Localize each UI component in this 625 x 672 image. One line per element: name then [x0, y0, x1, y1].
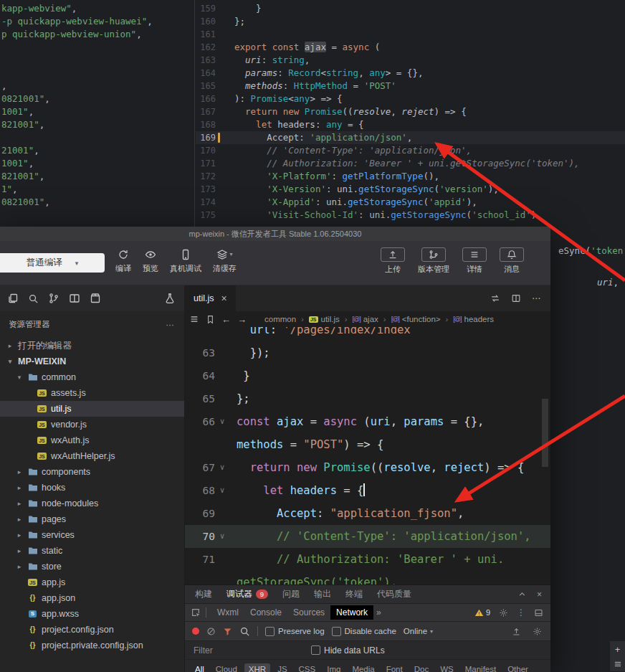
sync-icon[interactable] [490, 293, 500, 303]
code-line[interactable]: 1", [0, 183, 194, 196]
editor-tab-utiljs[interactable]: util.js × [185, 285, 236, 311]
tree-item-assets-js[interactable]: JSassets.js [0, 385, 184, 401]
network-type-img[interactable]: Img [323, 663, 345, 672]
code-line[interactable]: 0821001", [0, 93, 194, 105]
network-type-css[interactable]: CSS [295, 663, 320, 672]
code-line[interactable]: 175 'Visit-School-Id': uni.getStorageSyn… [196, 209, 625, 222]
code-line[interactable]: 162export const ajax = async ( [196, 41, 625, 54]
refresh-button[interactable]: 编译 [113, 247, 133, 274]
chevron-right-icon[interactable]: ▸ [15, 468, 24, 475]
import-har-icon[interactable] [512, 627, 521, 636]
tree-item-util-js[interactable]: JSutil.js [0, 401, 184, 417]
breadcrumb-item[interactable]: [@]<function> [391, 315, 441, 323]
split-editor-icon[interactable] [511, 293, 521, 303]
tree-item-store[interactable]: ▸store [0, 559, 184, 574]
network-type-other[interactable]: Other [503, 663, 533, 672]
breadcrumb-item[interactable]: [@]headers [453, 315, 494, 323]
network-type-cloud[interactable]: Cloud [211, 663, 242, 672]
tree-item--[interactable]: ▸打开的编辑器 [0, 338, 184, 354]
panel-tab-代码质量[interactable]: 代码质量 [370, 588, 419, 600]
plus-icon[interactable]: + [615, 644, 621, 655]
network-type-js[interactable]: JS [273, 663, 291, 672]
layers-button[interactable]: ▾清缓存 [211, 247, 239, 274]
network-type-font[interactable]: Font [382, 663, 407, 672]
panel-tab-终端[interactable]: 终端 [338, 588, 370, 600]
inspect-element-icon[interactable] [191, 607, 201, 617]
tree-item-app-wxss[interactable]: Sapp.wxss [0, 606, 184, 622]
fold-icon[interactable]: ∨ [215, 456, 229, 479]
code-line[interactable]: 160}; [196, 15, 625, 28]
chevron-down-icon[interactable]: ▾ [6, 358, 14, 365]
code-line[interactable]: 0821001", [0, 196, 194, 209]
code-line[interactable]: kapp-webview", [0, 2, 194, 15]
bookmark-icon[interactable] [206, 315, 215, 324]
network-type-all[interactable]: All [191, 663, 209, 672]
code-line[interactable]: 821001", [0, 170, 194, 183]
code-line[interactable]: 65}; [185, 387, 550, 410]
code-line[interactable]: 1001", [0, 105, 194, 118]
tree-item-app-json[interactable]: {}app.json [0, 590, 184, 606]
more-icon[interactable]: ⋯ [532, 293, 540, 303]
code-line[interactable]: 71 // Authorization: 'Bearer ' + uni. [185, 548, 550, 571]
beaker-icon[interactable] [164, 293, 176, 304]
code-line[interactable]: methods = "POST") => { [185, 433, 550, 456]
fold-icon[interactable]: ∨ [215, 525, 229, 548]
devtools-settings-icon[interactable] [499, 608, 508, 617]
tree-item-project-config-json[interactable]: {}project.config.json [0, 622, 184, 638]
network-settings-icon[interactable] [533, 627, 542, 636]
code-editor[interactable]: url: '/pages/index/index63 });64 }65};66… [185, 327, 550, 585]
tree-item-hooks[interactable]: ▸hooks [0, 480, 184, 496]
list-button[interactable]: 详情 [460, 247, 489, 275]
kebab-menu-icon[interactable]: ⋮ [517, 607, 525, 617]
code-line[interactable]: p quickapp-webview-union", [0, 28, 194, 41]
network-type-xhr[interactable]: XHR [244, 663, 270, 672]
preserve-log-checkbox[interactable]: Preserve log [265, 627, 325, 636]
phone-button[interactable]: 真机调试 [168, 247, 204, 274]
code-line[interactable]: 21001", [0, 144, 194, 157]
tree-item-wxauthhelper-js[interactable]: JSwxAuthHelper.js [0, 448, 184, 464]
debugger-tab-wxml[interactable]: Wxml [211, 605, 244, 620]
code-line[interactable] [0, 41, 194, 54]
tree-item-static[interactable]: ▸static [0, 543, 184, 559]
code-line[interactable]: 167 return new Promise((resolve, reject)… [196, 105, 625, 118]
outline-icon[interactable] [189, 314, 199, 324]
tree-item-common[interactable]: ▾common [0, 369, 184, 385]
code-line[interactable] [0, 131, 194, 144]
code-line[interactable]: 67∨ return new Promise((resolve, reject)… [185, 456, 550, 479]
record-icon[interactable] [192, 628, 199, 635]
code-line[interactable]: 168 let headers: any = { [196, 118, 625, 131]
code-line[interactable]: 68∨ let headers = { [185, 479, 550, 502]
panel-tab-问题[interactable]: 问题 [275, 588, 307, 600]
hamburger-icon[interactable] [614, 660, 622, 668]
chevron-right-icon[interactable]: ▸ [15, 531, 24, 539]
close-icon[interactable]: × [221, 293, 226, 304]
code-line[interactable]: 70∨ // 'Content-Type': 'application/json… [185, 525, 550, 548]
code-line[interactable]: , [0, 80, 194, 93]
code-line[interactable]: 163 uri: string, [196, 54, 625, 67]
search-icon[interactable] [28, 293, 39, 304]
throttling-select[interactable]: Online ▾ [404, 627, 433, 635]
code-line[interactable]: url: '/pages/index/index [185, 327, 550, 341]
more-tabs-icon[interactable]: » [376, 607, 381, 617]
code-line[interactable]: 161 [196, 28, 625, 41]
panel-tab-调试器[interactable]: 调试器9 [219, 588, 275, 600]
network-type-manifest[interactable]: Manifest [461, 663, 500, 672]
network-type-doc[interactable]: Doc [410, 663, 433, 672]
more-icon[interactable]: ⋯ [166, 320, 175, 330]
files-icon[interactable] [7, 293, 19, 304]
code-line[interactable]: 63 }); [185, 341, 550, 364]
code-line[interactable]: 165 methods: HttpMethod = 'POST' [196, 80, 625, 93]
git-branch-icon[interactable] [48, 293, 59, 304]
chevron-right-icon[interactable]: ▸ [6, 342, 14, 349]
debugger-tab-console[interactable]: Console [244, 605, 287, 620]
close-panel-icon[interactable]: × [537, 590, 542, 600]
tree-item-project-private-config-json[interactable]: {}project.private.config.json [0, 638, 184, 653]
code-line[interactable]: 66∨const ajax = async (uri, params = {}, [185, 410, 550, 433]
panel-tab-构建[interactable]: 构建 [188, 588, 219, 600]
code-line[interactable]: 159 } [196, 2, 625, 15]
compile-mode-select[interactable]: 普通编译 ▾ [0, 253, 105, 273]
code-line[interactable]: 164 params: Record<string, any> = {}, [196, 67, 625, 80]
code-line[interactable]: getStorageSync('token'), [185, 571, 550, 585]
code-line[interactable]: 170 // 'Content-Type': 'application/json… [196, 144, 625, 157]
tree-item-app-js[interactable]: JSapp.js [0, 574, 184, 590]
